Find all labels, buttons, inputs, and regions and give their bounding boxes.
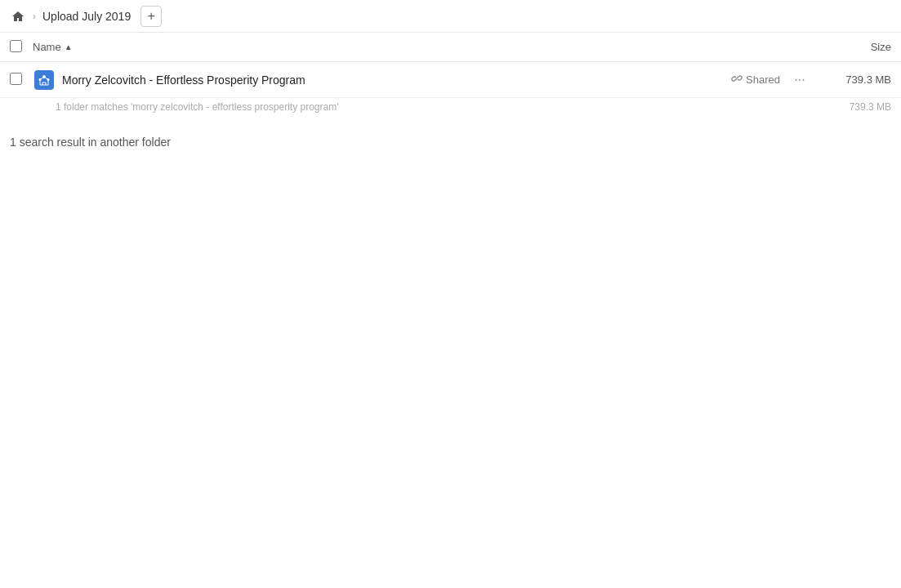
row-actions: Shared ···: [731, 70, 810, 90]
home-button[interactable]: [7, 5, 29, 28]
link-icon: [731, 73, 743, 87]
header-bar: › Upload July 2019 +: [0, 0, 901, 33]
shared-folder-icon: [34, 70, 54, 90]
folder-name[interactable]: Morry Zelcovitch - Effortless Prosperity…: [56, 74, 731, 87]
add-button[interactable]: +: [141, 6, 162, 27]
match-info-text: 1 folder matches 'morry zelcovitch - eff…: [56, 101, 338, 113]
sort-arrow-icon: ▲: [65, 42, 73, 51]
match-info-size: 739.3 MB: [850, 101, 891, 113]
more-options-button[interactable]: ···: [790, 70, 810, 90]
shared-label: Shared: [746, 74, 780, 86]
other-results-section: 1 search result in another folder: [0, 119, 901, 149]
row-checkbox-cell: [10, 73, 33, 87]
header-checkbox-cell: [10, 40, 33, 55]
file-size: 739.3 MB: [810, 74, 891, 86]
column-header-row: Name ▲ Size: [0, 33, 901, 62]
row-select-checkbox[interactable]: [10, 73, 22, 85]
breadcrumb-chevron: ›: [33, 11, 36, 22]
name-column-label: Name: [33, 41, 61, 53]
folder-icon-cell: [33, 70, 56, 90]
table-row[interactable]: Morry Zelcovitch - Effortless Prosperity…: [0, 62, 901, 98]
breadcrumb-current: Upload July 2019: [39, 8, 134, 24]
other-results-label: 1 search result in another folder: [10, 136, 171, 149]
shared-badge: Shared: [731, 73, 780, 87]
info-row: 1 folder matches 'morry zelcovitch - eff…: [0, 98, 901, 119]
size-column-header: Size: [810, 41, 891, 53]
select-all-checkbox[interactable]: [10, 40, 22, 52]
name-column-header[interactable]: Name ▲: [33, 41, 810, 53]
